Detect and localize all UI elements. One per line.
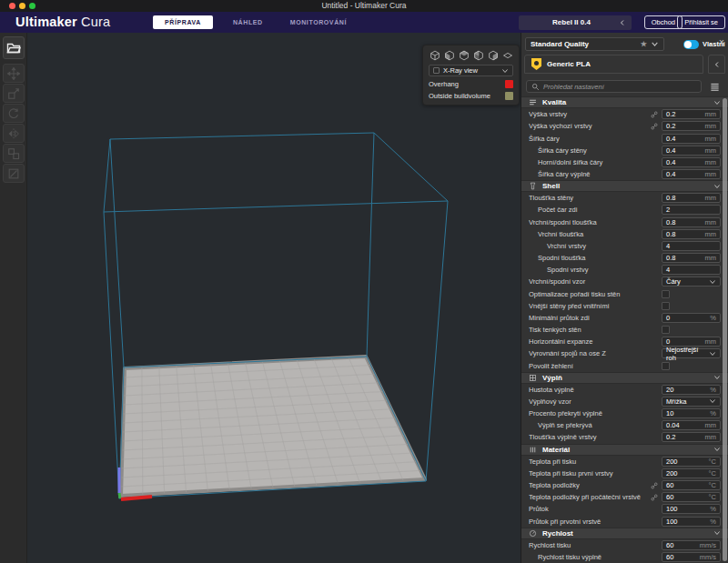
setting-row-pr-tok-p-i-prvotn-vrstv: Průtok při prvotní vrstvě100% (521, 515, 728, 527)
setting-value-input[interactable]: 0.04mm (662, 420, 721, 430)
setting-value-input[interactable]: 0.8mm (662, 217, 721, 227)
open-file-icon (6, 41, 21, 55)
link-icon (651, 482, 658, 489)
search-icon (531, 83, 540, 91)
setting-label: Výška vrstvy (529, 110, 651, 118)
view-3d-button[interactable] (429, 49, 440, 61)
setting-value-input[interactable]: 200°C (662, 457, 721, 467)
settings-menu-icon[interactable] (708, 80, 721, 93)
setting-row-v-pl-se-p-ekr-v: Výplň se překrývá0.04mm (521, 419, 728, 431)
setting-value-input[interactable]: 0.4mm (662, 157, 721, 167)
view-left-button[interactable] (472, 49, 484, 61)
setting-checkbox[interactable] (662, 290, 670, 298)
support-blocker-button[interactable] (3, 164, 25, 183)
view-mode-dropdown[interactable]: X-Ray view (429, 65, 513, 76)
setting-value-input[interactable]: 100% (662, 504, 721, 514)
setting-checkbox[interactable] (662, 302, 670, 310)
tab-n-hled[interactable]: NÁHLED (226, 15, 270, 29)
legend-overhang: Overhang (429, 80, 513, 88)
setting-value-input[interactable]: 0.4mm (662, 134, 721, 144)
custom-mode-toggle[interactable] (683, 40, 699, 49)
setting-row-tlou-ka-v-pln-vrstvy: Tloušťka výplně vrstvy0.2mm (521, 431, 728, 443)
mirror-icon (7, 127, 20, 140)
chevron-left-icon (713, 61, 721, 68)
view-top-button[interactable] (458, 49, 470, 61)
setting-value-input[interactable]: 10% (662, 408, 721, 418)
setting-value-input[interactable]: 4 (662, 241, 721, 251)
mirror-button[interactable] (3, 124, 25, 143)
view-mode-icon (433, 67, 440, 74)
star-icon[interactable]: ★ (641, 40, 647, 48)
3d-viewport[interactable]: X-Ray view OverhangOutside buildvolume (27, 33, 521, 563)
legend-label: Overhang (429, 80, 459, 88)
support-blocker-icon (7, 167, 20, 180)
setting-value-input[interactable]: 0.2mm (662, 432, 721, 442)
tab-p-prava[interactable]: PŘÍPRAVA (153, 15, 213, 29)
section-header-materi-l[interactable]: Materiál (521, 444, 728, 456)
extruder-material-tab[interactable]: Generic PLA (524, 55, 703, 74)
setting-dropdown[interactable]: Nejostřejší roh (662, 348, 721, 358)
setting-label: Vnější stěny před vnitřními (529, 302, 662, 310)
setting-value-input[interactable]: 60°C (662, 480, 721, 490)
setting-checkbox[interactable] (662, 326, 670, 334)
settings-search-input[interactable]: Prohledat nastavení (526, 80, 702, 93)
titlebar: Untitled - Ultimaker Cura (0, 0, 728, 12)
per-model-settings-icon (7, 147, 20, 160)
app-header: Ultimaker Cura PŘÍPRAVANÁHLEDMONITOROVÁN… (0, 12, 728, 33)
collapse-panel-button[interactable] (708, 55, 725, 74)
setting-value-input[interactable]: 0.4mm (662, 146, 721, 156)
setting-value-input[interactable]: 60mm/s (662, 552, 721, 562)
view-right-button[interactable] (487, 49, 499, 61)
setting-value-input[interactable]: 20% (662, 385, 721, 395)
setting-value-input[interactable]: 100% (662, 517, 721, 527)
move-button[interactable] (3, 64, 25, 83)
setting-value-input[interactable]: 2 (662, 205, 721, 215)
open-file-button[interactable] (3, 36, 25, 59)
setting-value-input[interactable]: 0.8mm (662, 253, 721, 263)
scale-button[interactable] (3, 84, 25, 103)
setting-value-input[interactable]: 60mm/s (662, 540, 721, 550)
view-bottom-button[interactable] (501, 49, 513, 61)
close-icon[interactable]: × (719, 37, 724, 47)
setting-value-input[interactable]: 60°C (662, 492, 721, 502)
setting-dropdown[interactable]: Čáry (662, 276, 721, 287)
printer-selector[interactable]: Rebel II 0.4 (519, 15, 632, 30)
setting-row-v-pl-ov-vzor: Výplňový vzorMřížka (521, 396, 728, 407)
link-icon (651, 494, 658, 501)
view-front-button[interactable] (443, 49, 455, 61)
setting-row-optimalizace-po-ad-tisku-st-n: Optimalizace pořadí tisku stěn (521, 288, 728, 300)
setting-label: Výplň se překrývá (529, 421, 662, 429)
setting-value-input[interactable]: 0.2mm (662, 121, 721, 131)
signin-button[interactable]: Přihlásit se (677, 15, 725, 29)
setting-value-input[interactable]: 4 (662, 265, 721, 275)
setting-value-input[interactable]: 0.8mm (662, 229, 721, 239)
setting-value-input[interactable]: 0.2mm (662, 109, 721, 119)
tab-monitorov-n[interactable]: MONITOROVÁNÍ (283, 15, 354, 29)
setting-dropdown[interactable]: Mřížka (662, 397, 721, 407)
setting-label: Vrchní vrstvy (529, 242, 662, 250)
setting-label: Hustota výplně (529, 386, 662, 394)
per-model-settings-button[interactable] (3, 144, 25, 163)
material-icon (529, 446, 537, 454)
rotate-button[interactable] (3, 104, 25, 123)
print-settings-panel: Standard Quality ★ Vlastní × Generic PLA… (521, 33, 728, 563)
setting-value-input[interactable]: 0.4mm (662, 169, 721, 179)
setting-row-rychlost-tisku-v-pln: Rychlost tisku výplně60mm/s (521, 551, 728, 563)
setting-row-spodn-vrstvy: Spodní vrstvy4 (521, 264, 728, 276)
section-header-v-pl[interactable]: Výplň (521, 372, 728, 384)
setting-row-vrchn-spodn-vzor: Vrchní/spodní vzorČáry (521, 276, 728, 287)
settings-scrollbar[interactable] (723, 98, 727, 561)
link-icon (651, 123, 658, 130)
chevron-down-icon (713, 99, 721, 106)
setting-value-input[interactable]: 200°C (662, 468, 721, 478)
setting-label: Rychlost tisku (529, 541, 662, 549)
section-header-kvalita[interactable]: Kvalita (521, 96, 728, 108)
quality-preset-dropdown[interactable]: Standard Quality ★ (525, 37, 664, 51)
setting-value-input[interactable]: 0.8mm (662, 193, 721, 203)
setting-label: Vyrovnání spojů na ose Z (529, 349, 662, 357)
setting-row-v-ka-v-choz-vrstvy: Výška výchozí vrstvy0.2mm (521, 120, 728, 132)
setting-value-input[interactable]: 0% (662, 313, 721, 323)
setting-checkbox[interactable] (662, 362, 670, 370)
section-header-rychlost[interactable]: Rychlost (521, 528, 728, 539)
section-header-shell[interactable]: Shell (521, 180, 728, 192)
